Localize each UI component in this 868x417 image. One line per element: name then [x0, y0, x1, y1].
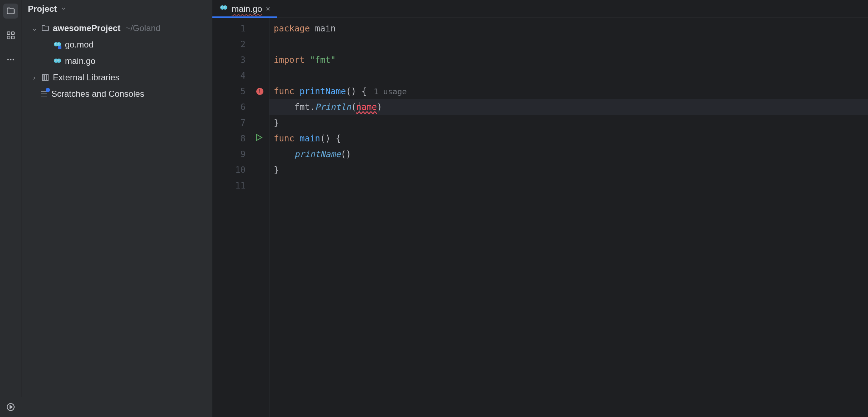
tree-node-label: External Libraries	[53, 72, 120, 82]
svg-rect-0	[7, 32, 10, 35]
tree-file-label: main.go	[65, 56, 95, 66]
code-line-current: fmt.Println(name)	[269, 99, 868, 115]
scratches-icon	[39, 89, 49, 99]
code-line: import "fmt"	[269, 52, 868, 68]
toolwindow-more-button[interactable]	[3, 52, 18, 67]
editor-tab-bar: main.go ×	[212, 0, 868, 18]
code-line: func printName() {1 usage	[269, 84, 868, 99]
svg-rect-2	[7, 36, 10, 39]
error-icon[interactable]: !	[256, 88, 263, 95]
run-toolwindow-icon	[6, 402, 15, 412]
svg-point-15	[57, 59, 61, 63]
gutter-line[interactable]: 10	[212, 162, 269, 178]
folder-icon	[41, 24, 50, 33]
gutter-line[interactable]: 7	[212, 115, 269, 131]
go-file-icon	[53, 40, 62, 49]
code-line: printName()	[269, 146, 868, 162]
tree-root[interactable]: ⌄ awesomeProject ~/Goland	[23, 20, 212, 36]
editor-area: main.go × 1 2 3 4 5 ! 6 7 8	[212, 0, 868, 417]
svg-point-19	[58, 60, 58, 60]
more-icon	[6, 55, 15, 64]
tree-file-gomod[interactable]: go.mod	[23, 36, 212, 53]
go-file-icon	[53, 56, 62, 66]
svg-rect-21	[45, 75, 46, 80]
chevron-down-icon: ⌄	[31, 24, 38, 32]
go-file-icon	[219, 4, 228, 14]
gutter-line[interactable]: 2	[212, 36, 269, 52]
tree-root-label: awesomeProject	[53, 23, 120, 33]
tree-root-path: ~/Goland	[125, 23, 160, 33]
svg-point-5	[10, 59, 11, 60]
text-caret	[359, 102, 359, 112]
editor-body: 1 2 3 4 5 ! 6 7 8 9 10 11	[212, 18, 868, 417]
structure-icon	[6, 31, 15, 40]
code-line: }	[269, 162, 868, 178]
svg-point-27	[223, 5, 227, 10]
svg-point-6	[12, 59, 14, 60]
left-tool-strip	[0, 0, 21, 417]
svg-point-30	[221, 7, 222, 7]
gutter-line[interactable]: 6	[212, 99, 269, 115]
inlay-hint-usages[interactable]: 1 usage	[367, 87, 407, 96]
gutter-line[interactable]: 3	[212, 52, 269, 68]
code-line: package main	[269, 21, 868, 36]
gutter-line[interactable]: 11	[212, 178, 269, 194]
tab-filename: main.go	[232, 4, 262, 14]
gutter-line[interactable]: 1	[212, 21, 269, 36]
svg-marker-32	[257, 134, 262, 140]
svg-rect-22	[47, 75, 48, 80]
toolwindow-project-button[interactable]	[3, 4, 18, 19]
code-line	[269, 178, 868, 194]
code-editor[interactable]: package main import "fmt" func printName…	[269, 18, 868, 417]
svg-rect-13	[58, 46, 61, 49]
gutter-line[interactable]: 9	[212, 146, 269, 162]
gutter-line[interactable]: 8	[212, 131, 269, 146]
chevron-right-icon: ›	[31, 74, 38, 82]
toolwindow-run-button[interactable]	[0, 397, 21, 417]
tree-file-label: go.mod	[65, 40, 94, 50]
code-line	[269, 68, 868, 84]
svg-point-31	[224, 7, 224, 7]
tree-external-libraries[interactable]: › External Libraries	[23, 69, 212, 86]
svg-rect-1	[11, 32, 14, 35]
svg-point-18	[55, 60, 55, 60]
svg-rect-3	[11, 36, 14, 39]
svg-point-8	[57, 42, 61, 46]
svg-point-11	[55, 44, 55, 44]
gutter-line[interactable]: 4	[212, 68, 269, 84]
code-line	[269, 36, 868, 52]
run-icon[interactable]	[254, 133, 263, 144]
project-panel-title: Project	[28, 4, 57, 14]
tree-scratches[interactable]: Scratches and Consoles	[23, 86, 212, 102]
svg-rect-20	[42, 75, 44, 80]
folder-icon	[6, 6, 15, 16]
gutter-line[interactable]: 5 !	[212, 84, 269, 99]
library-icon	[41, 73, 50, 82]
active-tab-indicator	[212, 16, 277, 18]
svg-marker-34	[10, 406, 12, 409]
chevron-down-icon	[60, 4, 67, 14]
editor-tab-main-go[interactable]: main.go ×	[212, 0, 277, 17]
toolwindow-structure-button[interactable]	[3, 28, 18, 43]
tree-node-label: Scratches and Consoles	[51, 89, 144, 99]
code-line: }	[269, 115, 868, 131]
editor-gutter: 1 2 3 4 5 ! 6 7 8 9 10 11	[212, 18, 269, 417]
code-line: func main() {	[269, 131, 868, 146]
close-icon[interactable]: ×	[266, 4, 270, 14]
svg-point-4	[7, 59, 9, 60]
tree-file-main[interactable]: main.go	[23, 53, 212, 69]
project-panel-header[interactable]: Project	[21, 0, 212, 18]
project-tree: ⌄ awesomeProject ~/Goland go.mod	[21, 18, 212, 102]
project-panel: Project ⌄ awesomeProject ~/Goland g	[21, 0, 212, 417]
svg-point-12	[58, 44, 58, 44]
